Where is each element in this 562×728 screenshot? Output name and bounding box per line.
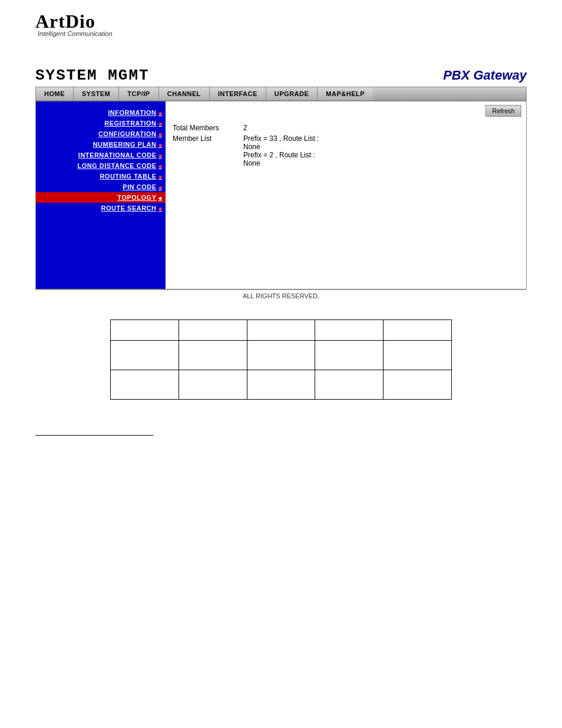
nav-item-interface[interactable]: INTERFACE: [210, 87, 266, 100]
table-cell: [111, 370, 179, 400]
nav-item-channel[interactable]: CHANNEL: [159, 87, 210, 100]
logo: ArtDio: [35, 11, 544, 32]
total-members-label: Total Members: [173, 124, 243, 132]
table-cell: [111, 320, 179, 341]
table-cell: [384, 320, 452, 341]
nav-bar: HOMESYSTEMTCP/IPCHANNELINTERFACEUPGRADEM…: [35, 87, 527, 101]
title-row: SYSTEM MGMT PBX Gateway: [35, 67, 527, 84]
table-cell: [315, 341, 384, 370]
total-members-value: 2: [243, 124, 247, 132]
member-list-values: Prefix = 33 , Route List : None Prefix =…: [243, 134, 319, 167]
nav-item-system[interactable]: SYSTEM: [74, 87, 119, 100]
table-cell: [384, 370, 452, 400]
sidebar-item-long-distance-code[interactable]: LONG DISTANCE CODE: [36, 160, 166, 171]
nav-item-upgrade[interactable]: UPGRADE: [266, 87, 318, 100]
total-members-row: Total Members 2: [173, 124, 519, 132]
member-list-row: Member List Prefix = 33 , Route List : N…: [173, 134, 519, 167]
main-content: SYSTEM MGMT PBX Gateway HOMESYSTEMTCP/IP…: [0, 67, 562, 302]
sidebar-item-route-search[interactable]: ROUTE SEARCH: [36, 203, 166, 213]
refresh-button[interactable]: Refresh: [485, 105, 521, 117]
sidebar-item-routing-table[interactable]: ROUTING TABLE: [36, 171, 166, 182]
info-table: Total Members 2 Member List Prefix = 33 …: [173, 124, 519, 167]
table-cell: [247, 320, 315, 341]
table-cell: [178, 370, 247, 400]
sidebar-item-registration[interactable]: REGISTRATION: [36, 118, 166, 129]
logo-area: ArtDio Intelligent Communication: [0, 0, 562, 43]
page-title: SYSTEM MGMT: [35, 67, 150, 84]
nav-item-maphelp[interactable]: MAP&HELP: [318, 87, 373, 100]
member-entry-2: Prefix = 2 , Route List : None: [243, 151, 319, 167]
bottom-table: [110, 319, 452, 400]
member-entry-1: Prefix = 33 , Route List : None: [243, 134, 319, 151]
nav-item-home[interactable]: HOME: [36, 87, 74, 100]
sidebar-item-configuration[interactable]: CONFIGURATION: [36, 129, 166, 139]
logo-tagline: Intelligent Communication: [35, 30, 544, 37]
member-list-label: Member List: [173, 134, 243, 167]
footer-text: ALL RIGHTS RESERVED.: [243, 292, 319, 299]
table-cell: [247, 341, 315, 370]
sidebar: INFORMATIONREGISTRATIONCONFIGURATIONNUMB…: [36, 101, 166, 289]
table-cell: [384, 341, 452, 370]
footer: ALL RIGHTS RESERVED.: [35, 289, 527, 302]
content-panel: INFORMATIONREGISTRATIONCONFIGURATIONNUMB…: [35, 101, 527, 289]
table-cell: [111, 341, 179, 370]
table-cell: [247, 370, 315, 400]
table-cell: [178, 341, 247, 370]
table-cell: [315, 320, 384, 341]
main-panel: Refresh Total Members 2 Member List Pref…: [166, 101, 526, 289]
product-title: PBX Gateway: [443, 68, 527, 83]
table-cell: [315, 370, 384, 400]
table-cell: [178, 320, 247, 341]
sidebar-item-topology[interactable]: TOPOLOGY: [36, 192, 166, 203]
bottom-underline: [35, 435, 153, 436]
sidebar-item-information[interactable]: INFORMATION: [36, 107, 166, 118]
sidebar-item-international-code[interactable]: INTERNATIONAL CODE: [36, 150, 166, 160]
sidebar-item-numbering-plan[interactable]: NUMBERING PLAN: [36, 139, 166, 150]
nav-item-tcpip[interactable]: TCP/IP: [119, 87, 158, 100]
sidebar-item-pin-code[interactable]: PIN CODE: [36, 182, 166, 192]
